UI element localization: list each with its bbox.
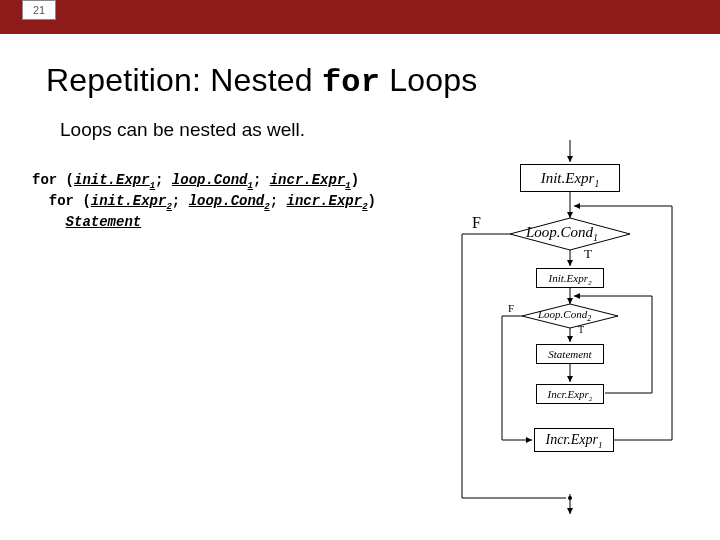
box-sub: 1 [593, 232, 598, 243]
slide-topbar: 21 [0, 0, 720, 34]
slide-number: 21 [22, 0, 56, 20]
svg-point-21 [568, 496, 572, 500]
code-text: loop.Cond [172, 172, 248, 188]
code-text: incr.Expr [270, 172, 346, 188]
box-sub: 2 [588, 279, 592, 287]
box-text: Incr.Expr [545, 432, 598, 447]
code-text: for ( [32, 193, 91, 209]
code-text: ; [155, 172, 172, 188]
code-text: ; [270, 193, 287, 209]
code-text: incr.Expr [287, 193, 363, 209]
slide-subtitle: Loops can be nested as well. [60, 119, 720, 141]
code-text: loop.Cond [189, 193, 265, 209]
flowchart-label-t2: T [578, 324, 584, 335]
box-sub: 1 [598, 440, 603, 450]
box-sub: 2 [589, 395, 593, 403]
code-text: ) [368, 193, 376, 209]
box-text: Incr.Expr [548, 388, 589, 400]
flowchart-label-f1: F [472, 214, 481, 232]
code-text: ; [253, 172, 270, 188]
code-text [32, 214, 66, 230]
code-text: ; [172, 193, 189, 209]
flowchart-cond1: Loop.Cond1 [526, 224, 598, 243]
flowchart-cond2: Loop.Cond2 [538, 308, 591, 323]
title-pre: Repetition: Nested [46, 62, 322, 98]
code-text: init.Expr [91, 193, 167, 209]
code-text: ) [351, 172, 359, 188]
flowchart-statement: Statement [536, 344, 604, 364]
box-text: Loop.Cond [538, 308, 587, 320]
flowchart-label-t1: T [584, 246, 592, 262]
box-text: Init.Expr [549, 272, 588, 284]
slide-title: Repetition: Nested for Loops [46, 62, 720, 101]
box-text: Init.Expr [541, 170, 595, 186]
title-keyword: for [322, 64, 380, 101]
box-sub: 1 [594, 178, 599, 189]
flowchart: Init.Expr1 Loop.Cond1 F T Init.Expr2 Loo… [440, 148, 700, 518]
code-text: Statement [66, 214, 142, 230]
flowchart-init2: Init.Expr2 [536, 268, 604, 288]
box-text: Statement [548, 348, 591, 360]
flowchart-incr2: Incr.Expr2 [536, 384, 604, 404]
code-text: for ( [32, 172, 74, 188]
box-text: Loop.Cond [526, 224, 593, 240]
flowchart-incr1: Incr.Expr1 [534, 428, 614, 452]
flowchart-svg [440, 148, 700, 518]
code-text: init.Expr [74, 172, 150, 188]
flowchart-label-f2: F [508, 302, 514, 314]
box-sub: 2 [587, 314, 591, 323]
flowchart-init1: Init.Expr1 [520, 164, 620, 192]
title-post: Loops [380, 62, 477, 98]
